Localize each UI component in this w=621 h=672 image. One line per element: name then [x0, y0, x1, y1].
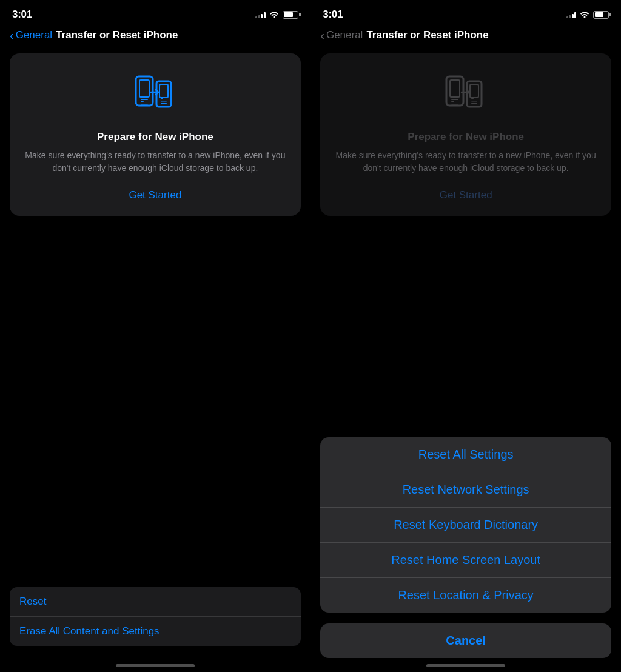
svg-rect-19: [471, 98, 474, 99]
svg-rect-17: [467, 81, 482, 107]
svg-rect-15: [451, 96, 458, 98]
right-back-label: General: [326, 29, 363, 41]
left-card-description: Make sure everything's ready to transfer…: [24, 149, 286, 175]
right-content: Prepare for New iPhone Make sure everyth…: [310, 47, 621, 246]
left-nav-bar: ‹ General Transfer or Reset iPhone: [0, 27, 310, 47]
left-prepare-card: Prepare for New iPhone Make sure everyth…: [10, 53, 301, 216]
svg-rect-13: [451, 101, 454, 102]
reset-item[interactable]: Reset: [10, 587, 301, 617]
svg-rect-10: [161, 103, 167, 104]
reset-location-privacy-label: Reset Location & Privacy: [398, 588, 533, 602]
svg-rect-2: [141, 101, 144, 102]
right-battery-icon: [593, 11, 609, 19]
reset-sheet-container: Reset All Settings Reset Network Setting…: [320, 437, 611, 613]
right-status-icons: [566, 10, 609, 19]
right-transfer-icon: [441, 70, 490, 121]
erase-label: Erase All Content and Settings: [19, 625, 159, 637]
left-bottom-section: Reset Erase All Content and Settings: [10, 587, 301, 646]
reset-keyboard-dictionary-label: Reset Keyboard Dictionary: [394, 518, 538, 531]
right-card-title: Prepare for New iPhone: [408, 131, 524, 143]
battery-icon: [283, 11, 298, 19]
reset-keyboard-dictionary-button[interactable]: Reset Keyboard Dictionary: [320, 508, 611, 543]
reset-network-settings-button[interactable]: Reset Network Settings: [320, 472, 611, 508]
right-home-indicator: [426, 664, 505, 667]
svg-rect-9: [161, 101, 167, 102]
reset-location-privacy-button[interactable]: Reset Location & Privacy: [320, 578, 611, 613]
svg-rect-21: [471, 103, 477, 104]
reset-home-screen-layout-button[interactable]: Reset Home Screen Layout: [320, 543, 611, 578]
reset-label: Reset: [19, 596, 46, 607]
left-settings-list: Reset Erase All Content and Settings: [10, 587, 301, 646]
transfer-icon: [131, 70, 180, 121]
svg-rect-20: [471, 101, 477, 102]
right-card-description: Make sure everything's ready to transfer…: [335, 149, 597, 175]
erase-item[interactable]: Erase All Content and Settings: [10, 617, 301, 646]
svg-rect-12: [450, 80, 460, 97]
svg-rect-0: [136, 76, 153, 106]
svg-rect-8: [161, 98, 163, 99]
left-status-icons: [255, 10, 298, 19]
left-get-started-button[interactable]: Get Started: [129, 187, 181, 204]
left-card-title: Prepare for New iPhone: [97, 131, 213, 143]
right-nav-bar: ‹ General Transfer or Reset iPhone: [310, 27, 621, 47]
svg-rect-18: [470, 84, 478, 98]
left-back-button[interactable]: ‹ General: [10, 29, 52, 41]
reset-all-settings-label: Reset All Settings: [418, 448, 514, 461]
left-panel: 3:01 ‹ General Transfer or Reset iPhon: [0, 0, 310, 672]
reset-home-screen-layout-label: Reset Home Screen Layout: [391, 553, 540, 566]
right-panel: 3:01 ‹ General Transfer or Reset iPhon: [310, 0, 621, 672]
left-time: 3:01: [12, 8, 32, 21]
right-get-started-button[interactable]: Get Started: [440, 187, 492, 204]
svg-rect-6: [156, 81, 171, 107]
left-home-indicator: [116, 664, 195, 667]
reset-network-settings-label: Reset Network Settings: [403, 483, 529, 496]
svg-rect-16: [451, 104, 458, 105]
reset-action-sheet: Reset All Settings Reset Network Setting…: [320, 437, 611, 613]
wifi-icon: [269, 10, 279, 19]
right-status-bar: 3:01: [310, 0, 621, 27]
right-chevron-left-icon: ‹: [320, 29, 324, 41]
right-prepare-card: Prepare for New iPhone Make sure everyth…: [320, 53, 611, 216]
svg-rect-14: [451, 99, 458, 100]
right-time: 3:01: [323, 8, 343, 21]
svg-rect-11: [446, 76, 463, 106]
cancel-label: Cancel: [446, 634, 486, 647]
svg-rect-3: [141, 99, 148, 100]
right-wifi-icon: [580, 10, 589, 19]
left-status-bar: 3:01: [0, 0, 310, 27]
left-content: Prepare for New iPhone Make sure everyth…: [0, 47, 310, 320]
signal-icon: [255, 11, 266, 18]
right-signal-icon: [566, 11, 577, 18]
svg-rect-1: [139, 80, 149, 97]
left-page-title: Transfer or Reset iPhone: [56, 29, 178, 41]
svg-rect-7: [159, 84, 168, 98]
right-page-title: Transfer or Reset iPhone: [366, 29, 488, 41]
chevron-left-icon: ‹: [10, 29, 14, 41]
svg-rect-5: [141, 104, 148, 105]
reset-all-settings-button[interactable]: Reset All Settings: [320, 437, 611, 472]
left-back-label: General: [16, 29, 52, 41]
svg-rect-4: [141, 96, 148, 98]
right-back-button[interactable]: ‹ General: [320, 29, 363, 41]
cancel-button[interactable]: Cancel: [320, 623, 611, 658]
